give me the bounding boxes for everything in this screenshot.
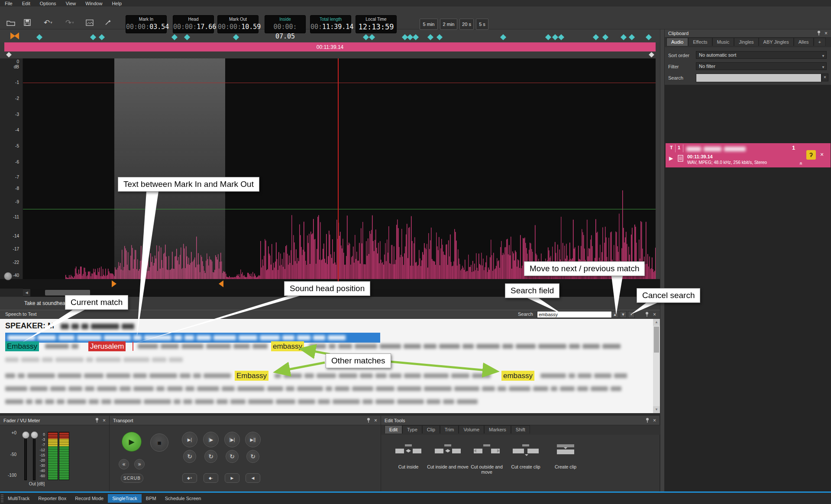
tab-trim[interactable]: Trim (440, 425, 459, 433)
menu-file[interactable]: File (0, 1, 17, 6)
duration-5s-button[interactable]: 5 s (476, 19, 488, 30)
play-over-mark-button[interactable]: |▶| (224, 432, 240, 447)
expand-item-icon[interactable]: » (798, 162, 804, 165)
remove-item-icon[interactable]: × (820, 151, 824, 158)
marker-delete-button[interactable]: ◆- (204, 473, 218, 483)
timeline-marker[interactable] (558, 34, 564, 40)
undo-button[interactable]: ↶▾ (40, 17, 56, 28)
timeline-start-marker-icon[interactable] (14, 32, 19, 39)
range-end-handle[interactable] (649, 52, 654, 58)
scroll-left-button[interactable]: ◀ (23, 289, 30, 296)
scroll-up-button[interactable]: ▲ (653, 319, 660, 326)
menu-options[interactable]: Options (35, 1, 61, 6)
timeline-marker[interactable] (621, 34, 627, 40)
loop-button-1[interactable]: ↻ (183, 450, 196, 463)
timeline-marker[interactable] (545, 34, 551, 40)
tab-music[interactable]: Music (712, 38, 734, 46)
tab-singletrack[interactable]: SingleTrack (108, 494, 142, 503)
fader-knob-left[interactable] (22, 431, 29, 439)
cut-create-clip-label[interactable]: Cut create clip (504, 464, 547, 469)
playhead-cursor[interactable] (338, 58, 339, 288)
tab-effects[interactable]: Effects (688, 38, 712, 46)
timeline-marker[interactable] (602, 34, 608, 40)
close-icon[interactable]: × (653, 418, 656, 423)
range-start-handle[interactable] (6, 52, 12, 58)
mark-in-flag-icon[interactable] (112, 280, 116, 287)
clear-search-button[interactable]: × (821, 74, 828, 81)
timeline-marker[interactable] (369, 34, 375, 40)
menu-edit[interactable]: Edit (17, 1, 35, 6)
other-match-highlight[interactable]: embassy (271, 341, 304, 351)
timeline-marker[interactable] (413, 34, 419, 40)
forward-button[interactable]: » (134, 459, 145, 469)
timeline-marker[interactable] (90, 34, 96, 40)
open-folder-icon[interactable] (4, 17, 17, 28)
tab-add[interactable]: + (814, 38, 826, 46)
timeline-marker[interactable] (437, 34, 443, 40)
menu-help[interactable]: Help (107, 1, 126, 6)
mark-in-out-selection[interactable] (114, 58, 225, 279)
redo-dropdown-icon[interactable]: ▾ (72, 20, 74, 25)
timeline-marker[interactable] (629, 34, 635, 40)
filter-select[interactable]: No filter▼ (696, 62, 827, 70)
cut-inside-label[interactable]: Cut inside (387, 464, 430, 469)
next-marker-button[interactable]: ▶ (225, 473, 239, 483)
tab-clip[interactable]: Clip (422, 425, 440, 433)
create-clip-button[interactable] (552, 443, 579, 458)
timeline-marker[interactable] (552, 34, 558, 40)
export-image-button[interactable] (83, 17, 96, 28)
other-match-highlight[interactable]: Embassy (235, 371, 268, 381)
cut-outside-move-button[interactable] (473, 443, 501, 458)
tab-markers[interactable]: Markers (484, 425, 511, 433)
loop-button-2[interactable]: ↻ (204, 450, 217, 463)
duration-5min-button[interactable]: 5 min (420, 19, 438, 30)
tab-alles[interactable]: Alles (794, 38, 814, 46)
selected-transcript-line[interactable] (5, 333, 380, 343)
timeline-marker[interactable] (593, 34, 599, 40)
mark-in-display[interactable]: Mark In 00:00:03.54 (126, 15, 167, 33)
next-match-button[interactable]: ▼ (620, 311, 627, 318)
tab-aby-jingles[interactable]: ABY Jingles (759, 38, 794, 46)
loop-button-3[interactable]: ↻ (226, 450, 239, 463)
timeline-marker[interactable] (500, 34, 506, 40)
scrollbar-thumb[interactable] (654, 327, 659, 353)
undo-dropdown-icon[interactable]: ▾ (50, 20, 52, 25)
duration-20s-button[interactable]: 20 s (459, 19, 474, 30)
tools-wand-button[interactable] (101, 17, 114, 28)
timeline-marker[interactable] (363, 34, 369, 40)
previous-match-button[interactable]: ▲ (611, 311, 618, 318)
timeline-marker[interactable] (171, 34, 178, 40)
cut-create-clip-button[interactable] (512, 443, 540, 458)
stop-button[interactable]: ■ (150, 433, 168, 452)
cut-inside-move-button[interactable] (434, 443, 462, 458)
gain-knob[interactable] (4, 272, 12, 280)
clipboard-item[interactable]: T 1 1 ▶ 00:11:39.14 WAV, MPEG; 48.0 kHz,… (666, 143, 831, 167)
tab-schedule-screen[interactable]: Schedule Screen (161, 494, 206, 503)
menu-view[interactable]: View (61, 1, 81, 6)
timeline-overview-bar[interactable]: 00:11:39.14 (4, 42, 656, 51)
local-time-display[interactable]: Local Time 12:13:59 (356, 15, 397, 33)
panel-splitter[interactable] (660, 29, 664, 491)
sort-order-select[interactable]: No automatic sort▼ (696, 51, 827, 59)
redo-button[interactable]: ↷▾ (61, 17, 78, 28)
play-to-mark-button[interactable]: ▶| (182, 432, 197, 447)
take-at-soundhead-label[interactable]: Take at soundhead (24, 300, 68, 306)
tab-jingles[interactable]: Jingles (734, 38, 758, 46)
pin-icon[interactable] (817, 30, 821, 36)
tab-edit[interactable]: Edit (385, 425, 402, 433)
rewind-button[interactable]: « (119, 459, 129, 469)
menu-window[interactable]: Window (81, 1, 107, 6)
timeline-marker[interactable] (646, 34, 652, 40)
inside-display[interactable]: Inside 00:00: 07.05 (265, 15, 306, 33)
timeline-marker[interactable] (99, 34, 105, 40)
scrub-button[interactable]: SCRUB (121, 474, 143, 483)
transcript-scrollbar[interactable]: ▲ ▼ (653, 319, 660, 413)
cut-outside-move-label[interactable]: Cut outside and move (465, 464, 508, 475)
item-play-icon[interactable]: ▶ (669, 155, 673, 161)
play-button[interactable]: ▶ (122, 432, 142, 452)
fader-track[interactable] (33, 434, 36, 480)
save-icon[interactable] (21, 17, 34, 28)
play-from-mark-button[interactable]: |▶ (203, 432, 219, 447)
duration-2min-button[interactable]: 2 min (440, 19, 457, 30)
timeline-marker[interactable] (427, 34, 433, 40)
